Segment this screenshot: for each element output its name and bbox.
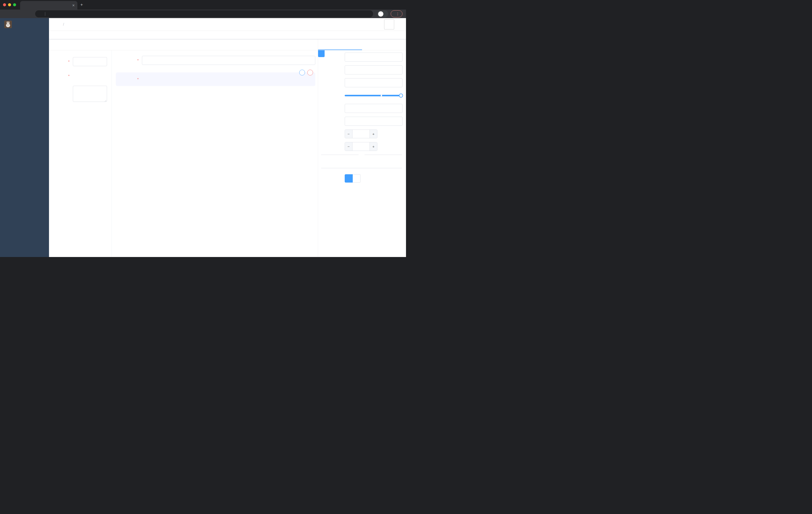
form-canvas[interactable]: * *	[112, 50, 318, 257]
incognito-icon	[378, 11, 383, 17]
browser-menu-icon[interactable]: ⋮	[396, 12, 400, 16]
add-option-button[interactable]	[324, 159, 403, 163]
header: /	[49, 18, 406, 31]
new-tab-button[interactable]: +	[80, 2, 83, 7]
increase-button[interactable]: +	[370, 142, 377, 151]
incognito-badge	[377, 10, 388, 17]
copy-icon	[300, 71, 304, 74]
password-manager-icon[interactable]	[360, 12, 364, 16]
title-input[interactable]	[345, 78, 403, 87]
tags-view-bar	[49, 31, 406, 39]
reload-icon[interactable]	[19, 12, 24, 16]
remark-label	[52, 86, 73, 88]
logo-image	[4, 21, 12, 28]
screen: ✕ + ⋮	[0, 0, 406, 257]
fullscreen-icon[interactable]	[366, 22, 370, 27]
min-select-input[interactable]	[352, 130, 370, 138]
browser-chrome: ✕ + ⋮	[0, 0, 406, 18]
gender-field-label: *	[116, 77, 142, 81]
properties-panel: − + − +	[318, 50, 406, 257]
form-grid-slider[interactable]	[345, 91, 403, 100]
browser-tabstrip: ✕ +	[0, 0, 406, 9]
search-icon[interactable]	[338, 22, 342, 27]
broken-image-icon	[385, 20, 394, 29]
breadcrumb: /	[61, 22, 66, 26]
slider-track[interactable]	[345, 95, 403, 96]
increase-button[interactable]: +	[370, 130, 377, 138]
minimize-window-button[interactable]	[8, 3, 11, 6]
forward-icon[interactable]	[11, 12, 16, 16]
decrease-button[interactable]: −	[345, 130, 352, 138]
avatar[interactable]	[384, 19, 394, 29]
view-json-button[interactable]	[295, 43, 300, 47]
not-secure-icon	[38, 12, 41, 16]
url-bar[interactable]	[35, 10, 373, 17]
eye-icon	[295, 43, 299, 47]
github-icon[interactable]	[347, 22, 351, 27]
close-tab-icon[interactable]: ✕	[72, 3, 75, 7]
clear-button[interactable]	[307, 43, 312, 47]
external-link-tag[interactable]	[318, 50, 325, 57]
phone-input[interactable]	[142, 56, 315, 65]
trash-icon	[307, 43, 311, 47]
divider	[45, 12, 45, 16]
trash-icon	[309, 71, 312, 74]
slider-mark	[381, 95, 382, 96]
save-button[interactable]	[283, 43, 288, 47]
right-panel-tabs	[318, 39, 406, 50]
sidebar-menu	[0, 31, 49, 257]
tab-component-props[interactable]	[318, 39, 362, 50]
options-divider	[321, 155, 402, 155]
decrease-button[interactable]: −	[345, 142, 352, 151]
plus-circle-icon	[324, 159, 327, 163]
copy-component-button[interactable]	[299, 70, 305, 76]
slider-handle[interactable]	[399, 93, 403, 98]
home-icon[interactable]	[27, 12, 31, 16]
window-controls	[0, 0, 20, 9]
remark-textarea[interactable]	[73, 86, 107, 102]
form-designer: * *	[49, 39, 406, 257]
form-name-label: *	[52, 60, 73, 64]
default-value-input[interactable]	[345, 117, 403, 126]
component-type-select[interactable]	[345, 53, 403, 62]
chevron-down-icon	[397, 56, 400, 59]
bookmark-icon[interactable]	[366, 12, 370, 16]
link-icon	[320, 52, 323, 56]
min-select-stepper: − +	[345, 130, 377, 138]
browser-toolbar: ⋮	[0, 9, 406, 18]
phone-field-row[interactable]: *	[116, 56, 315, 65]
update-button[interactable]: ⋮	[391, 10, 403, 17]
option-style-segment	[345, 174, 360, 183]
font-size-icon[interactable]	[375, 22, 379, 27]
check-icon	[283, 43, 287, 47]
zoom-window-button[interactable]	[13, 3, 16, 6]
favicon-icon	[23, 3, 26, 7]
hamburger-icon[interactable]	[53, 22, 57, 27]
field-name-input[interactable]	[345, 65, 403, 75]
phone-field-label: *	[116, 58, 142, 62]
style-default-button[interactable]	[345, 174, 353, 183]
browser-tab[interactable]: ✕	[20, 1, 77, 9]
style-button-button[interactable]	[353, 174, 360, 183]
help-icon[interactable]	[356, 22, 361, 27]
sidebar	[0, 18, 49, 257]
delete-component-button[interactable]	[307, 70, 313, 76]
selected-component-gender[interactable]: *	[116, 73, 315, 86]
chevron-down-icon[interactable]	[397, 22, 402, 27]
label-width-input[interactable]	[345, 104, 403, 113]
sidebar-logo[interactable]	[0, 18, 49, 31]
status-label: *	[52, 74, 73, 78]
form-name-input[interactable]	[73, 57, 107, 66]
close-window-button[interactable]	[3, 3, 6, 6]
tab-form-props[interactable]	[362, 39, 406, 50]
back-icon[interactable]	[4, 12, 8, 16]
max-select-stepper: − +	[345, 142, 377, 151]
max-select-input[interactable]	[352, 142, 370, 151]
component-palette: * *	[49, 50, 112, 257]
